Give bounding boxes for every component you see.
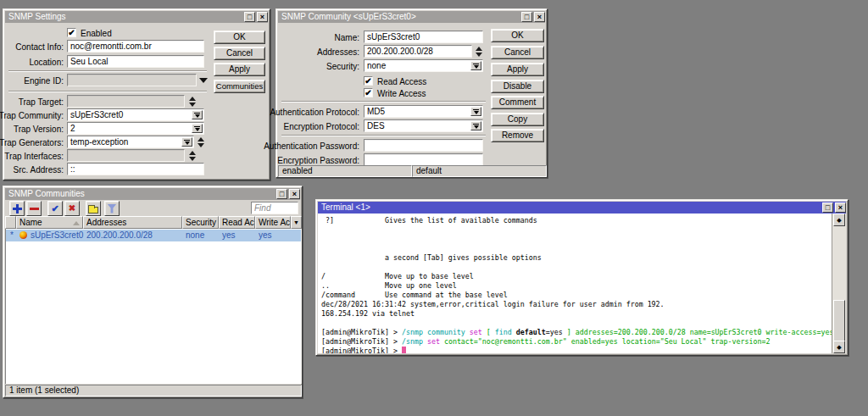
trap-target-label: Trap Target: [19,97,64,107]
engine-id-field[interactable] [67,74,197,86]
table-row[interactable]: * sUpErS3cret0 200.200.200.0/28 none yes… [6,230,301,241]
enc-protocol-combo[interactable]: DES [364,119,483,132]
communities-button[interactable]: Communities [214,80,265,93]
status-enabled: enabled [278,165,412,177]
snmp-settings-titlebar[interactable]: SNMP Settings □ × [5,11,268,23]
column-header-write-access[interactable]: Write Ac... [255,216,291,229]
maximize-icon[interactable]: □ [276,189,287,199]
trap-generators-spinner[interactable] [197,136,205,148]
copy-button[interactable]: Copy [491,113,544,126]
trap-generators-combo[interactable]: temp-exception [67,136,194,148]
funnel-icon [108,204,117,214]
status-bar: 1 item (1 selected) [5,385,302,397]
security-label: Security: [326,62,359,71]
column-header-security[interactable]: Security [182,216,219,229]
separator [281,101,486,103]
maximize-icon[interactable]: □ [822,202,833,213]
trap-interfaces-spinner[interactable] [188,149,197,162]
security-combo[interactable]: none [364,59,483,72]
maximize-icon[interactable]: □ [244,12,255,22]
column-header-addresses[interactable]: Addresses [83,216,182,229]
scroll-up-icon[interactable]: ◆ [833,214,845,226]
column-header-flag[interactable] [5,216,16,229]
comment-button[interactable]: Comment [491,96,544,109]
column-header-label: Read Ac... [222,218,255,227]
scroll-down-icon[interactable]: ◆ [833,341,845,353]
trap-target-field[interactable] [67,95,185,108]
auth-protocol-combo[interactable]: MD5 [364,105,483,118]
snmp-community-window: SNMP Community <sUpErS3cret0> □ × Name: … [275,8,548,178]
enc-password-field[interactable] [364,153,483,166]
trap-interfaces-field[interactable] [67,149,185,162]
snmp-communities-titlebar[interactable]: SNMP Communities □ × [5,188,300,200]
add-button[interactable] [9,201,25,216]
addresses-spinner[interactable] [475,45,483,58]
close-icon[interactable]: × [257,12,268,22]
enabled-checkbox[interactable]: ✔ [67,28,76,37]
auth-password-field[interactable] [364,139,483,152]
row-write-access: yes [259,230,293,241]
enc-protocol-value: DES [367,121,385,130]
src-address-field[interactable] [67,163,204,175]
terminal-titlebar[interactable]: Terminal <1> □ × [318,202,846,214]
chevron-down-icon[interactable] [192,110,203,119]
trap-version-combo[interactable]: 2 [67,122,204,135]
check-icon: ✔ [51,204,58,214]
engine-id-label: Engine ID: [24,76,64,86]
snmp-community-titlebar[interactable]: SNMP Community <sUpErS3cret0> □ × [278,11,545,23]
chevron-down-icon[interactable] [470,121,481,130]
name-field[interactable] [364,31,483,43]
trap-community-combo[interactable]: sUpErS3cret0 [67,108,204,121]
column-chooser-button[interactable]: ▼ [291,216,302,229]
comment-button[interactable] [86,201,101,216]
addresses-field[interactable] [364,45,472,58]
terminal-scrollbar[interactable]: ◆ ◆ [832,214,846,353]
column-header-name[interactable]: Name [16,216,83,229]
close-icon[interactable]: × [289,189,300,199]
write-access-checkbox[interactable]: ✔ [364,88,373,97]
chevron-down-icon[interactable] [181,137,192,147]
contact-info-field[interactable] [67,40,204,53]
disable-button[interactable]: Disable [491,80,544,93]
ok-button[interactable]: OK [491,29,544,42]
auth-password-label: Authentication Password: [264,141,359,151]
trap-version-label: Trap Version: [14,125,64,134]
trap-target-spinner[interactable] [188,95,197,108]
column-header-label: Addresses [86,218,126,227]
auth-protocol-label: Authentication Protocol: [270,108,359,117]
separator [8,70,207,72]
enc-password-label: Encryption Password: [277,156,359,165]
ok-button[interactable]: OK [214,31,265,44]
communities-list[interactable]: * sUpErS3cret0 200.200.200.0/28 none yes… [5,229,302,384]
trap-community-value: sUpErS3cret0 [70,110,123,119]
remove-button[interactable]: Remove [491,129,544,142]
location-label: Location: [29,58,64,67]
column-header-read-access[interactable]: Read Ac... [219,216,255,229]
chevron-down-icon[interactable] [192,124,203,133]
chevron-down-icon[interactable] [470,61,481,70]
chevron-down-icon[interactable] [470,107,481,116]
scrollbar-thumb[interactable] [833,300,845,341]
trap-version-value: 2 [70,124,75,133]
disable-button[interactable]: ✖ [64,201,80,216]
apply-button[interactable]: Apply [491,63,544,76]
terminal-window: Terminal <1> □ × ?] Gives the list of av… [315,199,849,356]
apply-button[interactable]: Apply [214,63,265,76]
remove-button[interactable] [26,201,42,216]
close-icon[interactable]: × [534,12,545,22]
cancel-button[interactable]: Cancel [491,46,544,59]
filter-button[interactable] [104,201,120,216]
maximize-icon[interactable]: □ [521,12,532,22]
trap-community-label: Trap Community: [0,111,64,120]
read-access-checkbox[interactable]: ✔ [364,76,373,86]
name-label: Name: [335,33,359,42]
close-icon[interactable]: × [835,202,846,213]
location-field[interactable] [67,55,204,68]
cancel-button[interactable]: Cancel [214,47,265,60]
column-header-label: Name [19,218,42,227]
find-input[interactable] [251,202,298,214]
engine-id-dropdown-icon[interactable] [199,78,208,83]
snmp-settings-window: SNMP Settings □ × ✔ Enabled Contact Info… [3,8,270,180]
enable-button[interactable]: ✔ [47,201,63,216]
terminal-output[interactable]: ?] Gives the list of available commands … [318,214,832,353]
